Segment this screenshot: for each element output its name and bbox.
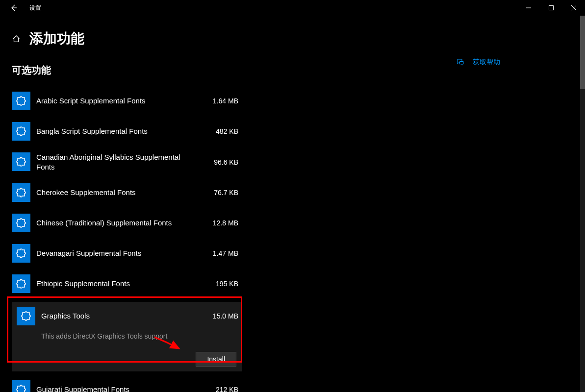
puzzle-icon: [15, 187, 27, 198]
feature-size: 212 KB: [216, 386, 242, 392]
feature-icon: [12, 92, 30, 110]
feature-name: Devanagari Supplemental Fonts: [36, 248, 141, 258]
feature-size: 195 KB: [216, 280, 242, 288]
features-list-after: Gujarati Supplemental Fonts212 KB: [12, 377, 242, 392]
feature-item[interactable]: Chinese (Traditional) Supplemental Fonts…: [12, 211, 242, 235]
puzzle-icon: [15, 278, 27, 290]
feature-name: Cherokee Supplemental Fonts: [36, 188, 136, 197]
close-button[interactable]: [562, 0, 585, 16]
feature-icon: [12, 183, 30, 202]
page-title: 添加功能: [29, 29, 84, 48]
puzzle-icon: [15, 384, 27, 392]
feature-item[interactable]: Cherokee Supplemental Fonts76.7 KB: [12, 180, 242, 205]
puzzle-icon: [15, 247, 27, 259]
back-arrow-icon: [10, 4, 18, 12]
feature-name: Graphics Tools: [41, 311, 90, 321]
back-button[interactable]: [4, 0, 24, 16]
page-header: 添加功能: [0, 16, 585, 48]
puzzle-icon: [15, 217, 27, 229]
feature-item-expanded: Graphics Tools 15.0 MB This adds DirectX…: [12, 302, 242, 371]
feature-name: Canadian Aboriginal Syllabics Supplement…: [36, 152, 183, 172]
feature-size: 1.64 MB: [213, 97, 242, 105]
window-title: 设置: [29, 4, 41, 12]
feature-item[interactable]: Bangla Script Supplemental Fonts482 KB: [12, 119, 242, 144]
feature-item[interactable]: Canadian Aboriginal Syllabics Supplement…: [12, 149, 242, 174]
feature-size: 1.47 MB: [213, 249, 242, 257]
feature-item[interactable]: Ethiopic Supplemental Fonts195 KB: [12, 271, 242, 296]
main-column: 可选功能 Arabic Script Supplemental Fonts1.6…: [12, 64, 242, 392]
home-icon: [12, 34, 21, 43]
puzzle-icon: [15, 95, 27, 107]
puzzle-icon: [20, 310, 32, 322]
scrollbar-thumb[interactable]: [580, 16, 585, 89]
feature-icon: [12, 274, 30, 293]
feature-size: 76.7 KB: [214, 189, 242, 196]
feature-description: This adds DirectX Graphics Tools support: [41, 332, 242, 340]
puzzle-icon: [15, 125, 27, 137]
puzzle-icon: [15, 156, 27, 168]
feature-icon: [12, 244, 30, 263]
svg-rect-0: [549, 6, 554, 10]
feature-icon: [12, 380, 30, 392]
feature-name: Arabic Script Supplemental Fonts: [36, 96, 146, 106]
section-title: 可选功能: [12, 64, 242, 77]
feature-icon: [12, 122, 30, 141]
features-list: Arabic Script Supplemental Fonts1.64 MBB…: [12, 89, 242, 296]
help-chat-icon: [456, 58, 465, 67]
feature-name: Ethiopic Supplemental Fonts: [36, 279, 130, 289]
feature-item[interactable]: Arabic Script Supplemental Fonts1.64 MB: [12, 89, 242, 113]
feature-name: Bangla Script Supplemental Fonts: [36, 126, 148, 136]
get-help-link[interactable]: 获取帮助: [473, 58, 500, 67]
home-button[interactable]: [12, 34, 21, 43]
help-section: 获取帮助: [456, 58, 500, 67]
feature-size: 15.0 MB: [213, 312, 242, 320]
feature-icon: [12, 152, 30, 171]
window-controls: [517, 0, 585, 16]
feature-name: Gujarati Supplemental Fonts: [36, 385, 129, 392]
install-button[interactable]: Install: [196, 352, 236, 367]
feature-item[interactable]: Gujarati Supplemental Fonts212 KB: [12, 377, 242, 392]
feature-item[interactable]: Devanagari Supplemental Fonts1.47 MB: [12, 241, 242, 266]
feature-size: 482 KB: [216, 127, 242, 135]
feature-size: 96.6 KB: [214, 158, 242, 166]
maximize-button[interactable]: [540, 0, 562, 16]
feature-icon: [17, 307, 35, 325]
titlebar: 设置: [0, 0, 585, 16]
minimize-button[interactable]: [517, 0, 540, 16]
feature-icon: [12, 214, 30, 232]
feature-size: 12.8 MB: [213, 219, 242, 227]
feature-name: Chinese (Traditional) Supplemental Fonts: [36, 218, 172, 228]
